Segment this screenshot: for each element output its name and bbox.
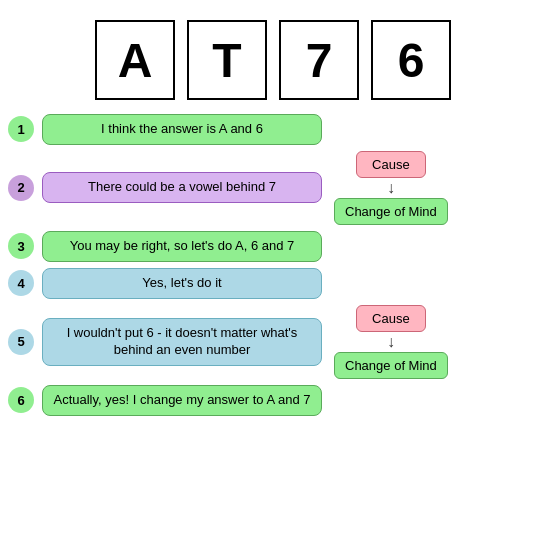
dialog-rows: 1I think the answer is A and 62There cou… xyxy=(0,114,546,416)
number-circle-5: 5 xyxy=(8,329,34,355)
card-7: 7 xyxy=(279,20,359,100)
bubble-3: You may be right, so let's do A, 6 and 7 xyxy=(42,231,322,262)
bubble-2: There could be a vowel behind 7 xyxy=(42,172,322,203)
annotation-group-5: Cause↓Change of Mind xyxy=(334,305,448,379)
change-mind-box-2: Change of Mind xyxy=(334,198,448,225)
change-mind-box-5: Change of Mind xyxy=(334,352,448,379)
dialog-row-6: 6Actually, yes! I change my answer to A … xyxy=(8,385,538,416)
cause-box-5: Cause xyxy=(356,305,426,332)
number-circle-1: 1 xyxy=(8,116,34,142)
bubble-6: Actually, yes! I change my answer to A a… xyxy=(42,385,322,416)
dialog-row-2: 2There could be a vowel behind 7Cause↓Ch… xyxy=(8,151,538,225)
number-circle-3: 3 xyxy=(8,233,34,259)
card-6: 6 xyxy=(371,20,451,100)
dialog-row-3: 3You may be right, so let's do A, 6 and … xyxy=(8,231,538,262)
dialog-row-1: 1I think the answer is A and 6 xyxy=(8,114,538,145)
dialog-row-5: 5I wouldn't put 6 - it doesn't matter wh… xyxy=(8,305,538,379)
card-A: A xyxy=(95,20,175,100)
arrow-down-5: ↓ xyxy=(387,334,395,350)
bubble-1: I think the answer is A and 6 xyxy=(42,114,322,145)
bubble-5: I wouldn't put 6 - it doesn't matter wha… xyxy=(42,318,322,366)
header-text xyxy=(0,0,546,10)
annotation-group-2: Cause↓Change of Mind xyxy=(334,151,448,225)
arrow-down-2: ↓ xyxy=(387,180,395,196)
card-T: T xyxy=(187,20,267,100)
number-circle-2: 2 xyxy=(8,175,34,201)
cards-row: A T 7 6 xyxy=(0,10,546,114)
bubble-4: Yes, let's do it xyxy=(42,268,322,299)
dialog-row-4: 4Yes, let's do it xyxy=(8,268,538,299)
number-circle-6: 6 xyxy=(8,387,34,413)
number-circle-4: 4 xyxy=(8,270,34,296)
cause-box-2: Cause xyxy=(356,151,426,178)
